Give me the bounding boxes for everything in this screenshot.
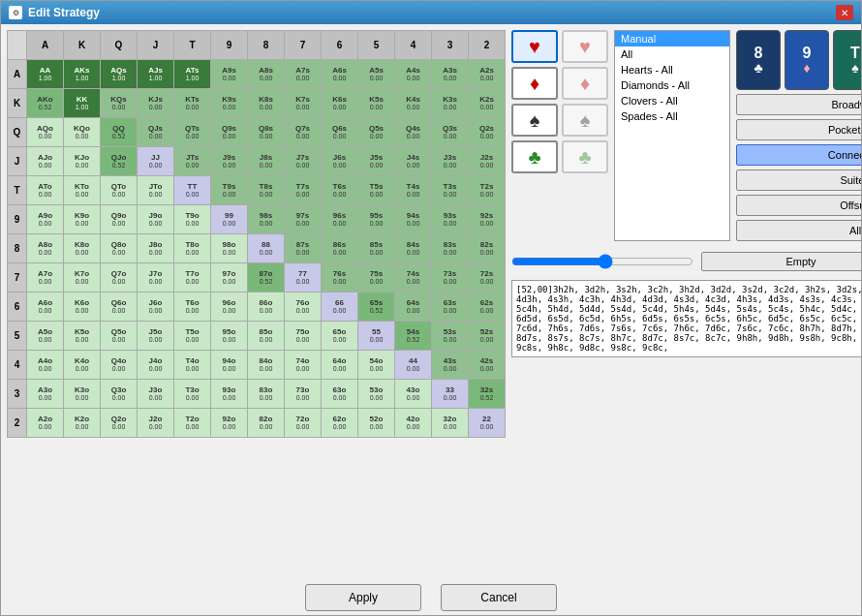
- grid-cell[interactable]: AJs1.00: [138, 60, 174, 89]
- grid-cell[interactable]: 82o0.00: [248, 409, 285, 438]
- grid-cell[interactable]: J8o0.00: [138, 234, 174, 263]
- grid-cell[interactable]: 95s0.00: [358, 205, 395, 234]
- grid-cell[interactable]: 220.00: [469, 409, 506, 438]
- grid-cell[interactable]: 97s0.00: [285, 205, 322, 234]
- diamond-filled-button[interactable]: ♦: [511, 67, 558, 100]
- grid-cell[interactable]: 62s0.00: [469, 293, 506, 322]
- grid-cell[interactable]: T6o0.00: [174, 293, 211, 322]
- grid-cell[interactable]: 52o0.00: [358, 409, 395, 438]
- grid-cell[interactable]: A2o0.00: [27, 409, 64, 438]
- grid-cell[interactable]: J4s0.00: [395, 147, 432, 176]
- grid-cell[interactable]: T6s0.00: [322, 176, 358, 205]
- grid-cell[interactable]: Q3o0.00: [101, 380, 138, 409]
- grid-cell[interactable]: Q7s0.00: [285, 118, 322, 147]
- grid-cell[interactable]: JTo0.00: [138, 176, 174, 205]
- grid-cell[interactable]: KQo0.00: [64, 118, 101, 147]
- grid-cell[interactable]: T2s0.00: [469, 176, 506, 205]
- suits-list-item-1[interactable]: All: [615, 46, 729, 62]
- apply-button[interactable]: Apply: [305, 584, 421, 611]
- grid-cell[interactable]: K6s0.00: [322, 89, 358, 118]
- grid-cell[interactable]: 52s0.00: [469, 322, 506, 351]
- offsuit-button[interactable]: Offsuit: [736, 195, 861, 216]
- grid-cell[interactable]: AKs1.00: [64, 60, 101, 89]
- grid-cell[interactable]: 65o0.00: [322, 322, 358, 351]
- grid-cell[interactable]: J2s0.00: [469, 147, 506, 176]
- grid-cell[interactable]: 880.00: [248, 234, 285, 263]
- grid-cell[interactable]: 43o0.00: [395, 380, 432, 409]
- grid-cell[interactable]: 53s0.00: [432, 322, 469, 351]
- grid-cell[interactable]: K4s0.00: [395, 89, 432, 118]
- grid-cell[interactable]: T8o0.00: [174, 234, 211, 263]
- heart-outline-button[interactable]: ♥: [562, 30, 608, 63]
- range-slider[interactable]: [511, 254, 693, 269]
- grid-cell[interactable]: 76s0.00: [322, 263, 358, 293]
- grid-cell[interactable]: K2o0.00: [64, 409, 101, 438]
- grid-cell[interactable]: 74s0.00: [395, 263, 432, 293]
- grid-cell[interactable]: J7o0.00: [138, 263, 174, 293]
- grid-cell[interactable]: QQ0.52: [101, 118, 138, 147]
- grid-cell[interactable]: 86s0.00: [322, 234, 358, 263]
- grid-cell[interactable]: K9o0.00: [64, 205, 101, 234]
- club-filled-button[interactable]: ♣: [511, 140, 558, 173]
- grid-cell[interactable]: 84s0.00: [395, 234, 432, 263]
- grid-cell[interactable]: K3s0.00: [432, 89, 469, 118]
- spade-filled-button[interactable]: ♠: [511, 104, 558, 137]
- grid-cell[interactable]: 87s0.00: [285, 234, 322, 263]
- grid-cell[interactable]: KJo0.00: [64, 147, 101, 176]
- grid-cell[interactable]: Q8o0.00: [101, 234, 138, 263]
- grid-cell[interactable]: J8s0.00: [248, 147, 285, 176]
- grid-cell[interactable]: Q9o0.00: [101, 205, 138, 234]
- grid-cell[interactable]: 72o0.00: [285, 409, 322, 438]
- grid-cell[interactable]: J4o0.00: [138, 351, 174, 380]
- club-outline-button[interactable]: ♣: [562, 140, 608, 173]
- diamond-outline-button[interactable]: ♦: [562, 67, 608, 100]
- grid-cell[interactable]: A3s0.00: [432, 60, 469, 89]
- card-3[interactable]: T ♠: [833, 30, 861, 90]
- grid-cell[interactable]: 87o0.52: [248, 263, 285, 293]
- grid-cell[interactable]: 72s0.00: [469, 263, 506, 293]
- heart-filled-button[interactable]: ♥: [511, 30, 558, 63]
- grid-cell[interactable]: K4o0.00: [64, 351, 101, 380]
- suits-list-item-5[interactable]: Spades - All: [615, 108, 729, 124]
- grid-cell[interactable]: Q2s0.00: [469, 118, 506, 147]
- grid-cell[interactable]: Q7o0.00: [101, 263, 138, 293]
- grid-cell[interactable]: TT0.00: [174, 176, 211, 205]
- grid-cell[interactable]: KTs0.00: [174, 89, 211, 118]
- grid-cell[interactable]: A4o0.00: [27, 351, 64, 380]
- grid-cell[interactable]: T4s0.00: [395, 176, 432, 205]
- grid-cell[interactable]: Q5o0.00: [101, 322, 138, 351]
- grid-cell[interactable]: Q4s0.00: [395, 118, 432, 147]
- grid-cell[interactable]: J5s0.00: [358, 147, 395, 176]
- grid-cell[interactable]: 92s0.00: [469, 205, 506, 234]
- grid-cell[interactable]: JJ0.00: [138, 147, 174, 176]
- strategy-textarea[interactable]: [511, 280, 861, 357]
- grid-cell[interactable]: 75o0.00: [285, 322, 322, 351]
- grid-cell[interactable]: 54s0.52: [395, 322, 432, 351]
- connectors-button[interactable]: Connectors: [736, 144, 861, 166]
- grid-cell[interactable]: 63o0.00: [322, 380, 358, 409]
- grid-cell[interactable]: Q6o0.00: [101, 293, 138, 322]
- grid-cell[interactable]: T4o0.00: [174, 351, 211, 380]
- grid-cell[interactable]: 96s0.00: [322, 205, 358, 234]
- grid-cell[interactable]: QTo0.00: [101, 176, 138, 205]
- grid-cell[interactable]: A8o0.00: [27, 234, 64, 263]
- grid-cell[interactable]: Q2o0.00: [101, 409, 138, 438]
- grid-cell[interactable]: 86o0.00: [248, 293, 285, 322]
- pocket-pair-button[interactable]: Pocket Pair: [736, 119, 861, 140]
- broadway-button[interactable]: Broadway: [736, 94, 861, 115]
- grid-cell[interactable]: KQs0.00: [101, 89, 138, 118]
- grid-cell[interactable]: J6o0.00: [138, 293, 174, 322]
- grid-cell[interactable]: KTo0.00: [64, 176, 101, 205]
- grid-cell[interactable]: 63s0.00: [432, 293, 469, 322]
- grid-cell[interactable]: 96o0.00: [211, 293, 248, 322]
- grid-cell[interactable]: Q6s0.00: [322, 118, 358, 147]
- grid-cell[interactable]: T3o0.00: [174, 380, 211, 409]
- grid-cell[interactable]: 42o0.00: [395, 409, 432, 438]
- spade-outline-button[interactable]: ♠: [562, 104, 608, 137]
- grid-cell[interactable]: 85o0.00: [248, 322, 285, 351]
- grid-cell[interactable]: T9o0.00: [174, 205, 211, 234]
- all-button[interactable]: All: [736, 220, 861, 241]
- grid-cell[interactable]: A4s0.00: [395, 60, 432, 89]
- grid-cell[interactable]: 84o0.00: [248, 351, 285, 380]
- grid-cell[interactable]: 64o0.00: [322, 351, 358, 380]
